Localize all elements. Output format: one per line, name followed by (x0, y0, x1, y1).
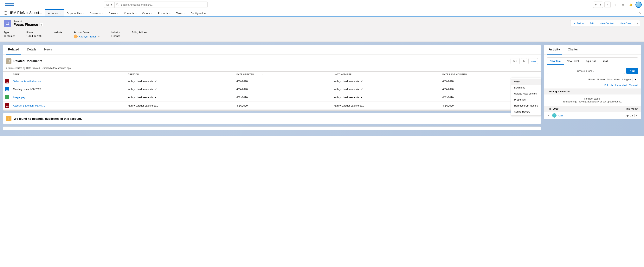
star-icon: ★ (593, 3, 598, 6)
change-owner-icon[interactable]: ✎ (98, 35, 100, 38)
more-actions-button[interactable]: ▼ (634, 20, 640, 26)
svg-point-14 (4, 14, 4, 15)
svg-rect-0 (5, 3, 14, 3)
timeline-call-link[interactable]: Call (558, 114, 563, 117)
related-documents-header: Related Documents ⚙▼ ↻ New (3, 56, 540, 67)
svg-rect-18 (6, 22, 7, 23)
new-document-button[interactable]: New (528, 58, 538, 64)
menu-item-remove-from-record[interactable]: Remove from Record (511, 103, 541, 109)
new-contact-button[interactable]: New Contact (597, 20, 617, 26)
nav-tab-products[interactable]: Products⌄ (155, 9, 173, 16)
month-section-header[interactable]: ▾ il · 2020 This Month (544, 106, 641, 112)
document-link[interactable]: Image.jpeg (13, 96, 26, 99)
add-task-button[interactable]: Add (626, 68, 638, 74)
nav-tab-orders[interactable]: Orders⌄ (140, 9, 155, 16)
search-scope-selector[interactable]: All ▼ (104, 2, 114, 8)
file-icon (6, 58, 12, 64)
gear-icon: ⚙ (513, 60, 515, 63)
quick-tab-new-event[interactable]: New Event (564, 58, 582, 65)
create-task-input[interactable] (547, 68, 625, 74)
edit-nav-button[interactable]: ✎ (638, 11, 642, 15)
cell-creator: kathryn.tirador-salesforce1 (126, 77, 234, 85)
document-link[interactable]: Account Statement March.... (13, 104, 45, 107)
nav-tab-configuration[interactable]: Configuration (188, 9, 208, 16)
upcoming-overdue-header[interactable]: ▾ oming & Overdue (544, 88, 641, 94)
pdf-file-icon: PDF (5, 79, 9, 84)
side-tab-chatter[interactable]: Chatter (566, 45, 580, 54)
col-name[interactable]: NAME (11, 72, 126, 77)
user-avatar[interactable] (636, 2, 642, 8)
help-button[interactable]: ? (612, 2, 618, 8)
nav-tab-contracts[interactable]: Contracts⌄ (87, 9, 106, 16)
nav-tab-tasks[interactable]: Tasks⌄ (174, 9, 188, 16)
pencil-icon: ✎ (639, 12, 641, 14)
col-creator[interactable]: CREATOR (126, 72, 234, 77)
nav-tab-opportunities[interactable]: Opportunities⌄ (64, 9, 87, 16)
edit-button[interactable]: Edit (587, 20, 597, 26)
new-case-button[interactable]: New Case (617, 20, 634, 26)
refresh-link[interactable]: Refresh (604, 84, 613, 86)
view-all-link[interactable]: View All (629, 84, 638, 86)
duplicates-message: We found no potential duplicates of this… (14, 117, 82, 120)
header-utility-icons: ★ ▾ ＋ ? ⚙ 🔔 (593, 2, 642, 8)
tab-details[interactable]: Details (25, 45, 38, 54)
tab-related[interactable]: Related (6, 45, 21, 54)
follow-button[interactable]: ＋ Follow (570, 20, 587, 26)
svg-rect-5 (5, 6, 14, 6)
svg-point-10 (6, 11, 7, 12)
activity-filters: Filters: All time · All activities · All… (544, 77, 641, 84)
related-settings-button[interactable]: ⚙▼ (510, 58, 520, 64)
hierarchy-icon[interactable]: ⊞ (40, 23, 43, 26)
record-detail-card: RelatedDetailsNews Related Documents ⚙▼ … (3, 45, 541, 110)
menu-item-upload-new-version[interactable]: Upload New Version (511, 90, 541, 97)
table-row: Image.jpegkathryn.tirador-salesforce14/2… (3, 93, 540, 102)
search-input[interactable] (114, 2, 208, 8)
side-tab-activity[interactable]: Activity (547, 45, 562, 54)
app-launcher-icon[interactable] (2, 10, 8, 16)
menu-item-add-to-record[interactable]: Add to Record (511, 109, 541, 115)
nav-tab-contacts[interactable]: Contacts⌄ (121, 9, 139, 16)
refresh-icon: ↻ (523, 60, 525, 63)
quick-tab-email[interactable]: Email (599, 58, 611, 65)
timeline-item-menu[interactable]: ▾ (634, 114, 638, 117)
notifications-button[interactable]: 🔔 (628, 2, 634, 8)
quick-tab-log-a-call[interactable]: Log a Call (582, 58, 599, 65)
expand-toggle[interactable]: ▸ (547, 114, 550, 117)
refresh-related-button[interactable]: ↻ (521, 58, 527, 64)
setup-button[interactable]: ⚙ (620, 2, 626, 8)
global-add-button[interactable]: ＋ (604, 2, 611, 8)
favorites-button[interactable]: ★ ▾ (593, 2, 603, 8)
col-date-last-modified[interactable]: DATE LAST MODIFIED (440, 72, 532, 77)
global-header: All ▼ ★ ▾ ＋ ? ⚙ 🔔 (0, 0, 644, 9)
svg-point-8 (4, 11, 4, 12)
chevron-down-icon: ⌄ (60, 12, 61, 14)
filter-button[interactable]: ▼ (632, 77, 638, 82)
menu-item-properties[interactable]: Properties (511, 97, 541, 103)
menu-item-download[interactable]: Download (511, 84, 541, 90)
document-link[interactable]: Sales quote with discount.... (13, 80, 44, 83)
menu-item-view[interactable]: View (511, 78, 541, 84)
svg-point-13 (6, 12, 7, 14)
owner-link[interactable]: Kathryn Tirador (79, 35, 96, 38)
expand-all-link[interactable]: Expand All (615, 84, 627, 86)
col-date-created[interactable]: DATE CREATED↓ (234, 72, 332, 77)
chevron-down-icon: ⌄ (135, 12, 137, 14)
timeline-date: Apr 24 (626, 114, 633, 117)
svg-rect-2 (5, 4, 14, 4)
quick-tab-new-task[interactable]: New Task (547, 58, 564, 65)
nav-tab-accounts[interactable]: Accounts⌄ (46, 9, 64, 16)
tab-news[interactable]: News (42, 45, 54, 54)
call-icon: ✆ (552, 113, 556, 118)
record-action-buttons: ＋ Follow Edit New Contact New Case ▼ (570, 20, 640, 26)
chevron-down-icon: ▼ (636, 22, 638, 25)
cell-creator: kathryn.tirador-salesforce1 (126, 93, 234, 102)
svg-rect-19 (8, 22, 8, 23)
col-last-modifier[interactable]: LAST MODIFIER (332, 72, 440, 77)
nav-tab-cases[interactable]: Cases⌄ (106, 9, 122, 16)
cell-modifier: kathryn.tirador-salesforce1 (332, 85, 440, 93)
cell-modifier: kathryn.tirador-salesforce1 (332, 102, 440, 110)
related-documents-meta: 4 items · Sorted by Date Created · Updat… (3, 67, 540, 72)
chevron-down-icon: ▼ (516, 60, 518, 62)
chevron-down-icon: ▾ (598, 3, 603, 6)
svg-rect-17 (6, 22, 8, 24)
